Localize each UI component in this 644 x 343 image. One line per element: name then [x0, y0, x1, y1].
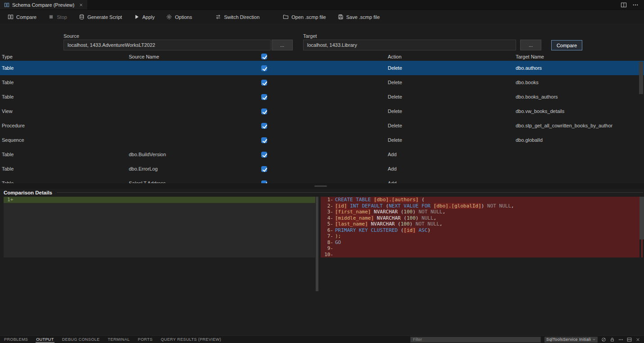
cell-source-name: dbo.BuildVersion — [129, 147, 166, 162]
cell-type: Sequence — [2, 133, 24, 147]
column-header-action[interactable]: Action — [388, 52, 402, 61]
toolbar-button-generate-script[interactable]: Generate Script — [74, 12, 127, 22]
header-checkbox[interactable] — [261, 54, 267, 59]
toolbar-button-label: Switch Direction — [224, 14, 259, 20]
toolbar-button-apply[interactable]: Apply — [129, 12, 160, 22]
cell-target-name: dbo.authors — [516, 61, 542, 75]
cell-target-name: dbo.stp_get_all_cowritten_books_by_autho… — [516, 118, 612, 133]
column-header-target-name[interactable]: Target Name — [516, 52, 544, 61]
compare-action-button[interactable]: Compare — [551, 40, 582, 50]
include-checkbox[interactable] — [261, 166, 267, 172]
left-line-number: 1 — [7, 197, 10, 203]
toolbar-button-compare[interactable]: Compare — [3, 12, 41, 22]
toolbar-button-switch-direction[interactable]: Switch Direction — [210, 12, 264, 22]
horizontal-splitter[interactable] — [0, 183, 644, 189]
table-row[interactable]: TableDeletedbo.books — [0, 75, 644, 90]
clear-output-icon[interactable] — [601, 337, 606, 342]
panel-icon-group — [601, 337, 640, 342]
split-editor-icon[interactable] — [621, 2, 627, 8]
line-number: 2- — [321, 203, 333, 209]
diff-line: 4-[middle_name] NVARCHAR (100) NULL, — [321, 215, 639, 221]
source-browse-button[interactable]: ... — [272, 40, 293, 50]
stop-icon — [48, 14, 54, 20]
column-header-type[interactable]: Type — [2, 52, 13, 61]
panel-tab-debug-console[interactable]: DEBUG CONSOLE — [58, 336, 104, 343]
cell-type: Table — [2, 75, 14, 90]
panel-tab-query-results-preview[interactable]: QUERY RESULTS (PREVIEW) — [157, 336, 225, 343]
output-channel-value: SqlToolsService Initializ — [546, 337, 591, 342]
more-actions-icon[interactable] — [632, 2, 639, 8]
table-row[interactable]: TableDeletedbo.books_authors — [0, 90, 644, 104]
close-panel-icon[interactable] — [635, 337, 640, 342]
diff-line: 8-GO — [321, 239, 639, 246]
table-row[interactable]: TableDeletedbo.authors — [0, 61, 644, 75]
output-filter-input[interactable] — [410, 337, 541, 343]
added-line: 1+ — [4, 197, 315, 203]
toolbar: CompareStopGenerate ScriptApplyOptionsSw… — [0, 10, 644, 24]
panel-tab-ports[interactable]: PORTS — [134, 336, 157, 343]
line-number: 3- — [321, 209, 333, 215]
toolbar-button-open-scmp-file[interactable]: Open .scmp file — [278, 12, 331, 22]
close-icon[interactable] — [79, 3, 83, 7]
scrollbar-thumb[interactable] — [316, 197, 318, 291]
right-editor-lines: 1-CREATE TABLE [dbo].[authors] (2-[id] I… — [321, 197, 639, 257]
table-row[interactable]: TableSalesLT.AddressAdd — [0, 176, 644, 183]
table-row[interactable]: ViewDeletedbo.vw_books_details — [0, 104, 644, 118]
cell-source-name: dbo.ErrorLog — [129, 162, 158, 176]
table-row[interactable]: Tabledbo.BuildVersionAdd — [0, 147, 644, 162]
line-number: 4- — [321, 215, 333, 221]
cell-type: Table — [2, 61, 14, 75]
left-pane-scrollbar[interactable] — [315, 197, 319, 335]
include-checkbox[interactable] — [261, 108, 267, 114]
cell-type: Table — [2, 90, 14, 104]
cell-type: Table — [2, 162, 14, 176]
include-checkbox[interactable] — [261, 137, 267, 143]
include-checkbox[interactable] — [261, 80, 267, 86]
panel-tab-problems[interactable]: PROBLEMS — [0, 336, 32, 343]
toolbar-button-save-scmp-file[interactable]: Save .scmp file — [333, 12, 385, 22]
panel-tab-terminal[interactable]: TERMINAL — [104, 336, 134, 343]
tab-schema-compare[interactable]: Schema Compare (Preview) — [0, 0, 88, 9]
grid-rows: TableDeletedbo.authorsTableDeletedbo.boo… — [0, 61, 644, 183]
comparison-details-title: Comparison Details — [4, 190, 52, 195]
table-row[interactable]: ProcedureDeletedbo.stp_get_all_cowritten… — [0, 118, 644, 133]
table-row[interactable]: Tabledbo.ErrorLogAdd — [0, 162, 644, 176]
cell-source-name: SalesLT.Address — [129, 176, 166, 183]
diff-line: 3-[first_name] NVARCHAR (100) NOT NULL, — [321, 209, 639, 215]
diff-editor: 1+ 1-CREATE TABLE [dbo].[authors] (2-[id… — [0, 197, 644, 335]
connection-bar: Source ... Target ... Compare — [0, 24, 644, 52]
open-file-icon — [283, 14, 289, 20]
source-input[interactable] — [63, 40, 271, 50]
lock-scroll-icon[interactable] — [610, 337, 615, 342]
target-diff-pane[interactable]: 1-CREATE TABLE [dbo].[authors] (2-[id] I… — [321, 197, 639, 335]
toolbar-button-options[interactable]: Options — [161, 12, 197, 22]
toolbar-button-label: Options — [175, 14, 192, 20]
column-header-source-name[interactable]: Source Name — [129, 52, 159, 61]
diff-line: 1-CREATE TABLE [dbo].[authors] ( — [321, 197, 639, 203]
include-checkbox[interactable] — [261, 94, 267, 100]
more-actions-icon[interactable] — [618, 337, 623, 342]
cell-action: Delete — [388, 133, 402, 147]
include-checkbox[interactable] — [261, 152, 267, 158]
output-channel-dropdown[interactable]: SqlToolsService Initializ — [544, 337, 598, 343]
include-checkbox[interactable] — [261, 123, 267, 129]
splitter-grip-icon — [314, 185, 327, 187]
table-row[interactable]: SequenceDeletedbo.globalId — [0, 133, 644, 147]
diff-line: 10- — [321, 252, 639, 258]
panel-tab-output[interactable]: OUTPUT — [32, 336, 58, 343]
toolbar-button-label: Apply — [142, 14, 155, 20]
cell-type: Table — [2, 176, 14, 183]
target-browse-button[interactable]: ... — [520, 40, 541, 50]
source-diff-pane[interactable]: 1+ — [4, 197, 315, 335]
line-number: 9- — [321, 245, 333, 252]
cell-action: Add — [388, 162, 397, 176]
target-input[interactable] — [303, 40, 516, 50]
right-pane-scrollbar[interactable] — [639, 197, 644, 335]
line-number: 10- — [321, 252, 333, 258]
table-scrollbar[interactable] — [639, 62, 643, 94]
scrollbar-thumb[interactable] — [639, 197, 644, 239]
cell-action: Delete — [388, 118, 402, 133]
include-checkbox[interactable] — [261, 65, 267, 71]
cell-action: Delete — [388, 90, 402, 104]
split-panel-icon[interactable] — [627, 337, 632, 342]
